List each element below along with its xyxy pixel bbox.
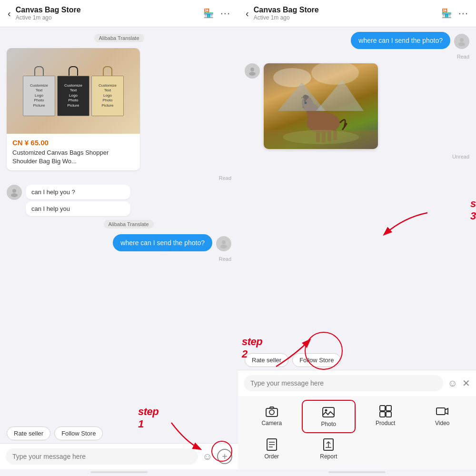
video-label: Video [435,420,449,426]
left-translate-badge: Alibaba Translate [94,34,144,42]
svg-point-3 [220,245,227,248]
left-plus-button[interactable]: + [217,449,232,464]
product-icon [379,405,392,418]
svg-rect-26 [323,407,334,417]
svg-point-18 [273,68,311,87]
svg-point-4 [460,38,464,42]
bag-handle-dark [69,66,78,77]
right-seller-avatar [245,63,260,79]
right-message-input[interactable] [244,375,443,391]
right-tool-photo[interactable]: Photo [302,400,356,433]
bag-dark: CustomizeTextLogoPhotoPicture [57,66,89,116]
left-product-info: CN ¥ 65.00 Customized Canvas Bags Shoppe… [7,134,140,170]
horse-bg [264,63,378,149]
left-user-avatar [216,236,231,251]
bag-body-gray: CustomizeTextLogoPhotoPicture [23,76,55,116]
right-store-icon[interactable]: 🏪 [441,8,452,19]
right-header: ‹ Canvas Bag Store Active 1m ago 🏪 ··· [238,0,476,27]
left-emoji-icon[interactable]: ☺ [203,451,212,462]
left-header: ‹ Canvas Bag Store Active 1m ago 🏪 ··· [0,0,238,27]
right-header-info: Canvas Bag Store Active 1m ago [254,6,436,21]
right-tool-video[interactable]: Video [416,400,470,433]
svg-rect-32 [436,408,445,415]
left-product-card[interactable]: CustomizeTextLogoPhotoPicture CustomizeT… [7,48,140,170]
step1-label: step 1 [138,406,159,430]
bag-body-cream: CustomizeTextLogoPhotoPicture [91,76,124,116]
empty-tool-3 [358,433,413,465]
step2-label: step 2 [242,336,262,360]
step3-label: step 3 [470,198,476,222]
left-read-label: Read [219,175,231,181]
left-bubble-seller2: can I help you [26,201,130,216]
svg-point-2 [222,240,226,244]
report-label: Report [320,453,337,460]
bag-handle-cream [103,66,112,77]
svg-rect-30 [380,412,385,417]
bag-handle-gray [34,66,44,77]
left-header-icons: 🏪 ··· [203,7,230,20]
camera-label: Camera [261,420,282,426]
left-input-bar: ☺ + [0,443,238,469]
right-more-icon[interactable]: ··· [458,7,468,20]
svg-point-23 [283,130,359,144]
left-seller-msg-row: can I help you ? can I help you Alibaba … [7,185,231,230]
right-read-label: Read [457,54,469,60]
right-tool-report[interactable]: Report [302,433,356,465]
left-user-msg-row: where can I send the photo? [7,234,231,251]
right-active-status: Active 1m ago [254,14,436,21]
right-back-button[interactable]: ‹ [246,8,249,19]
right-chat-body: where can I send the photo? Read [238,27,476,350]
right-tool-product[interactable]: Product [358,400,413,433]
photo-icon [322,406,335,419]
svg-point-1 [11,193,18,197]
step3-arrow [375,208,432,241]
empty-tool-4 [416,433,470,465]
right-scrollbar [328,471,386,473]
right-follow-store-button[interactable]: Follow Store [292,353,341,367]
svg-point-25 [269,410,274,415]
right-tools-grid: Camera Photo Product [245,400,469,433]
report-icon [322,438,335,451]
left-header-info: Canvas Bag Store Active 1m ago [16,6,198,21]
svg-point-27 [325,409,327,412]
svg-point-0 [12,189,16,193]
left-bubble-seller1: can I help you ? [26,185,130,199]
svg-point-19 [311,63,359,85]
left-more-icon[interactable]: ··· [220,7,230,20]
right-tools-area: Camera Photo Product [238,396,476,469]
left-bubble-user: where can I send the photo? [113,234,212,251]
right-action-buttons: Rate seller Follow Store [238,350,476,370]
left-product-image: CustomizeTextLogoPhotoPicture CustomizeT… [7,48,140,134]
bag-cream: CustomizeTextLogoPhotoPicture [91,66,124,116]
left-seller-translate: Alibaba Translate [104,220,154,228]
right-unread-label: Unread [452,154,469,159]
left-follow-store-button[interactable]: Follow Store [54,426,103,440]
left-action-buttons: Rate seller Follow Store [0,424,238,443]
left-back-button[interactable]: ‹ [8,8,11,19]
camera-icon [265,405,278,418]
bag-image-container: CustomizeTextLogoPhotoPicture CustomizeT… [18,61,129,121]
right-horse-image [264,63,378,149]
right-close-icon[interactable]: ✕ [462,377,470,389]
left-rate-seller-button[interactable]: Rate seller [7,426,50,440]
left-seller-messages: can I help you ? can I help you Alibaba … [26,185,231,230]
left-active-status: Active 1m ago [16,14,198,21]
svg-marker-21 [316,80,364,111]
photo-label: Photo [321,421,336,427]
left-message-input[interactable] [6,448,198,465]
left-scrollbar [90,471,148,473]
left-seller-avatar [7,185,22,200]
svg-point-5 [458,42,465,46]
svg-marker-20 [278,82,326,111]
right-emoji-icon[interactable]: ☺ [448,378,457,389]
left-user-read: Read [219,256,231,262]
left-panel: ‹ Canvas Bag Store Active 1m ago 🏪 ··· A… [0,0,238,476]
left-store-name: Canvas Bag Store [16,6,198,14]
order-label: Order [264,453,279,460]
left-product-name: Customized Canvas Bags Shopper Shoulder … [12,149,134,166]
right-input-bar: ☺ ✕ [238,370,476,396]
left-store-icon[interactable]: 🏪 [203,8,214,19]
right-tools-row2: Order Report [245,433,469,469]
right-tool-order[interactable]: Order [245,433,299,465]
right-tool-camera[interactable]: Camera [245,400,299,433]
